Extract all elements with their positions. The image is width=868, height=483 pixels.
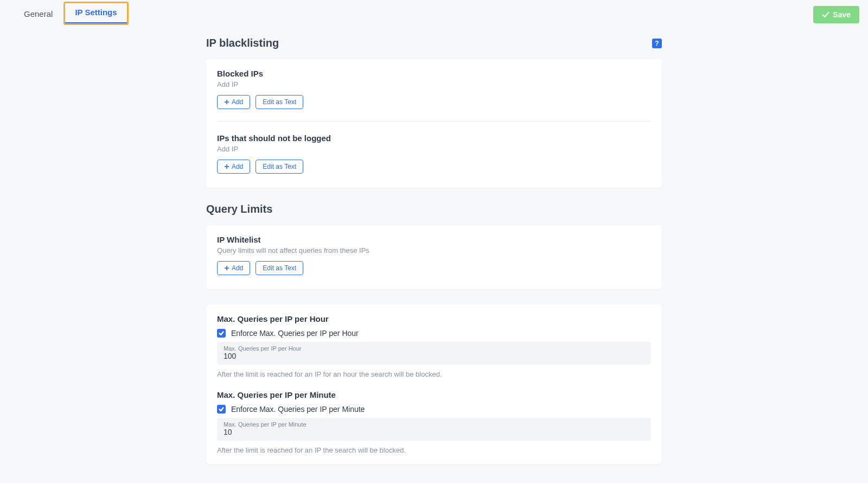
divider <box>217 121 651 122</box>
per-minute-input[interactable]: Max. Queries per IP per Minute 10 <box>217 418 651 441</box>
per-hour-input[interactable]: Max. Queries per IP per Hour 100 <box>217 342 651 365</box>
ip-whitelist-card: IP Whitelist Query limits will not affec… <box>206 225 662 289</box>
blocked-ips-block: Blocked IPs Add IP Add Edit as Text <box>206 69 662 109</box>
add-button-label: Add <box>232 163 243 170</box>
ip-whitelist-desc: Query limits will not affect queries fro… <box>217 246 651 255</box>
not-logged-ips-buttons: Add Edit as Text <box>217 160 651 174</box>
per-minute-check-label: Enforce Max. Queries per IP per Minute <box>231 405 365 414</box>
help-icon[interactable]: ? <box>652 39 662 48</box>
ip-blacklisting-title: IP blacklisting <box>206 37 279 49</box>
add-button-label: Add <box>232 98 243 106</box>
topbar: General IP Settings Save <box>0 0 868 25</box>
not-logged-ips-title: IPs that should not be logged <box>217 134 651 143</box>
check-icon <box>822 11 829 18</box>
tab-ip-settings-highlight: IP Settings <box>63 2 128 25</box>
tab-ip-settings[interactable]: IP Settings <box>65 3 126 23</box>
save-button[interactable]: Save <box>813 6 859 23</box>
blocked-ips-buttons: Add Edit as Text <box>217 95 651 109</box>
query-limits-card: Max. Queries per IP per Hour Enforce Max… <box>206 304 662 464</box>
check-icon <box>219 331 224 336</box>
per-hour-input-label: Max. Queries per IP per Hour <box>224 345 644 352</box>
plus-icon <box>224 99 229 105</box>
per-hour-check-row: Enforce Max. Queries per IP per Hour <box>217 329 651 338</box>
ip-whitelist-buttons: Add Edit as Text <box>217 261 651 275</box>
whitelist-edit-as-text-button[interactable]: Edit as Text <box>256 261 303 275</box>
whitelist-add-button[interactable]: Add <box>217 261 250 275</box>
query-limits-title: Query Limits <box>206 203 662 215</box>
blocked-ips-desc: Add IP <box>217 80 651 88</box>
not-logged-ips-block: IPs that should not be logged Add IP Add… <box>206 134 662 174</box>
gap <box>206 378 662 390</box>
section-head-ip-blacklisting: IP blacklisting ? <box>206 37 662 49</box>
content: IP blacklisting ? Blocked IPs Add IP Add… <box>201 37 667 483</box>
plus-icon <box>224 164 229 169</box>
per-minute-input-label: Max. Queries per IP per Minute <box>224 421 644 428</box>
per-minute-title: Max. Queries per IP per Minute <box>217 390 651 399</box>
per-hour-checkbox[interactable] <box>217 329 226 338</box>
edit-button-label: Edit as Text <box>263 163 296 170</box>
not-logged-edit-as-text-button[interactable]: Edit as Text <box>256 160 303 174</box>
per-minute-input-value: 10 <box>224 428 644 436</box>
tab-general[interactable]: General <box>15 4 61 25</box>
tabs: General IP Settings <box>15 4 129 25</box>
add-button-label: Add <box>232 264 243 272</box>
per-minute-helper: After the limit is reached for an IP the… <box>217 446 651 454</box>
edit-button-label: Edit as Text <box>263 98 296 106</box>
ip-blacklisting-card: Blocked IPs Add IP Add Edit as Text IPs … <box>206 59 662 188</box>
per-hour-input-value: 100 <box>224 352 644 360</box>
per-minute-checkbox[interactable] <box>217 405 226 414</box>
blocked-ips-edit-as-text-button[interactable]: Edit as Text <box>256 95 303 109</box>
per-hour-block: Max. Queries per IP per Hour Enforce Max… <box>206 314 662 378</box>
save-button-label: Save <box>833 10 851 19</box>
ip-whitelist-block: IP Whitelist Query limits will not affec… <box>206 235 662 275</box>
plus-icon <box>224 265 229 271</box>
blocked-ips-add-button[interactable]: Add <box>217 95 250 109</box>
per-minute-check-row: Enforce Max. Queries per IP per Minute <box>217 405 651 414</box>
edit-button-label: Edit as Text <box>263 264 296 272</box>
per-minute-block: Max. Queries per IP per Minute Enforce M… <box>206 390 662 454</box>
per-hour-helper: After the limit is reached for an IP for… <box>217 370 651 378</box>
ip-whitelist-title: IP Whitelist <box>217 235 651 244</box>
per-hour-title: Max. Queries per IP per Hour <box>217 314 651 323</box>
blocked-ips-title: Blocked IPs <box>217 69 651 78</box>
not-logged-add-button[interactable]: Add <box>217 160 250 174</box>
check-icon <box>219 406 224 412</box>
not-logged-ips-desc: Add IP <box>217 145 651 153</box>
per-hour-check-label: Enforce Max. Queries per IP per Hour <box>231 329 359 338</box>
